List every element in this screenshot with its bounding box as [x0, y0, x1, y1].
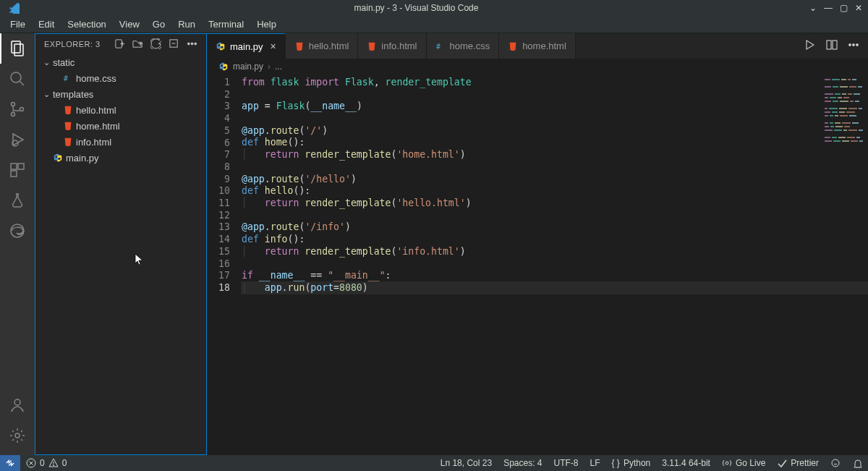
collapse-all-icon[interactable]: [169, 38, 179, 51]
window-title: main.py - 3 - Visual Studio Code: [29, 3, 804, 13]
status-eol[interactable]: LF: [584, 458, 606, 468]
menu-file[interactable]: File: [4, 17, 31, 31]
refresh-icon[interactable]: [150, 38, 161, 51]
minimap[interactable]: [825, 79, 864, 122]
status-feedback[interactable]: [825, 458, 846, 468]
file-tree: ⌄ static home.css ⌄ templates hello.html…: [35, 54, 206, 166]
more-actions-icon[interactable]: [187, 38, 197, 51]
activity-run-debug[interactable]: [0, 124, 35, 155]
menu-edit[interactable]: Edit: [33, 17, 60, 31]
status-notifications[interactable]: [846, 458, 868, 468]
python-file-icon: [218, 61, 229, 72]
html-file-icon: [294, 41, 305, 51]
status-language[interactable]: { } Python: [606, 458, 657, 468]
status-golive[interactable]: Go Live: [716, 458, 771, 468]
explorer-sidebar: EXPLORER: 3 ⌄ static home.css ⌄ template…: [35, 33, 207, 455]
activity-settings[interactable]: [0, 420, 35, 451]
html-file-icon: [61, 137, 75, 147]
file-info-html[interactable]: info.html: [35, 134, 206, 150]
tab-home-css[interactable]: home.css: [427, 33, 500, 59]
activity-explorer[interactable]: [0, 33, 35, 64]
html-file-icon: [61, 105, 75, 115]
tab-hello-html[interactable]: hello.html: [286, 33, 359, 59]
tab-main-py[interactable]: main.py ×: [207, 33, 286, 59]
remote-indicator-icon[interactable]: [0, 455, 20, 471]
menu-help[interactable]: Help: [251, 17, 282, 31]
menu-view[interactable]: View: [114, 17, 145, 31]
html-file-icon: [508, 41, 518, 51]
menu-run[interactable]: Run: [172, 17, 201, 31]
status-bar: 0 0 Ln 18, Col 23 Spaces: 4 UTF-8 LF { }…: [0, 455, 868, 471]
warning-icon: [48, 458, 59, 468]
html-file-icon: [61, 121, 75, 131]
status-encoding[interactable]: UTF-8: [548, 458, 584, 468]
status-prettier[interactable]: Prettier: [771, 458, 825, 468]
line-gutter: 123456789101112131415161718: [207, 75, 242, 455]
file-main-py[interactable]: main.py: [35, 150, 206, 166]
python-file-icon: [51, 153, 64, 163]
close-icon[interactable]: ✕: [855, 3, 862, 13]
broadcast-icon: [722, 458, 732, 468]
run-button-icon[interactable]: [804, 39, 816, 53]
status-problems[interactable]: 0 0: [20, 458, 72, 468]
tab-info-html[interactable]: info.html: [358, 33, 426, 59]
menu-selection[interactable]: Selection: [61, 17, 111, 31]
editor-group: main.py × hello.html info.html home.css …: [207, 33, 868, 455]
split-editor-icon[interactable]: [826, 39, 838, 53]
activity-accounts[interactable]: [0, 390, 35, 420]
code-editor[interactable]: 123456789101112131415161718 from flask i…: [207, 75, 868, 455]
css-file-icon: [435, 41, 446, 51]
menu-terminal[interactable]: Terminal: [203, 17, 250, 31]
status-spaces[interactable]: Spaces: 4: [498, 458, 548, 468]
activity-testing[interactable]: [0, 185, 35, 216]
vscode-icon: [0, 2, 29, 14]
maximize-icon[interactable]: ▢: [840, 3, 848, 13]
feedback-icon: [830, 458, 841, 468]
check-icon: [777, 458, 787, 468]
minimize-icon[interactable]: —: [824, 3, 833, 13]
menu-bar: File Edit Selection View Go Run Terminal…: [0, 16, 868, 33]
error-icon: [26, 458, 36, 468]
folder-templates[interactable]: ⌄ templates: [35, 86, 206, 102]
svg-point-37: [832, 459, 839, 467]
code-area[interactable]: from flask import Flask, render_template…: [242, 75, 868, 455]
activity-extensions[interactable]: [0, 155, 35, 185]
css-file-icon: [61, 73, 75, 83]
tab-home-html[interactable]: home.html: [499, 33, 576, 59]
menu-go[interactable]: Go: [147, 17, 171, 31]
activity-bar: [0, 33, 35, 455]
file-home-html[interactable]: home.html: [35, 118, 206, 134]
activity-search[interactable]: [0, 64, 35, 94]
python-file-icon: [216, 41, 226, 51]
tab-bar: main.py × hello.html info.html home.css …: [207, 33, 868, 59]
breadcrumb[interactable]: main.py › ...: [207, 59, 868, 75]
activity-scm[interactable]: [0, 94, 35, 124]
folder-static[interactable]: ⌄ static: [35, 54, 206, 70]
file-home-css[interactable]: home.css: [35, 70, 206, 86]
new-file-icon[interactable]: [114, 38, 125, 51]
bell-icon: [852, 458, 862, 468]
status-cursor[interactable]: Ln 18, Col 23: [435, 458, 498, 468]
chevron-down-icon[interactable]: ⌄: [809, 3, 817, 13]
new-folder-icon[interactable]: [132, 38, 143, 51]
more-actions-icon[interactable]: [848, 39, 859, 53]
explorer-title: EXPLORER: 3: [44, 40, 101, 48]
chevron-down-icon: ⌄: [41, 58, 51, 67]
status-interpreter[interactable]: 3.11.4 64-bit: [656, 458, 716, 468]
html-file-icon: [367, 41, 377, 51]
file-hello-html[interactable]: hello.html: [35, 102, 206, 118]
title-bar: main.py - 3 - Visual Studio Code ⌄ — ▢ ✕: [0, 0, 868, 16]
chevron-down-icon: ⌄: [41, 90, 51, 99]
activity-edge[interactable]: [0, 216, 35, 246]
close-tab-icon[interactable]: ×: [271, 41, 276, 52]
